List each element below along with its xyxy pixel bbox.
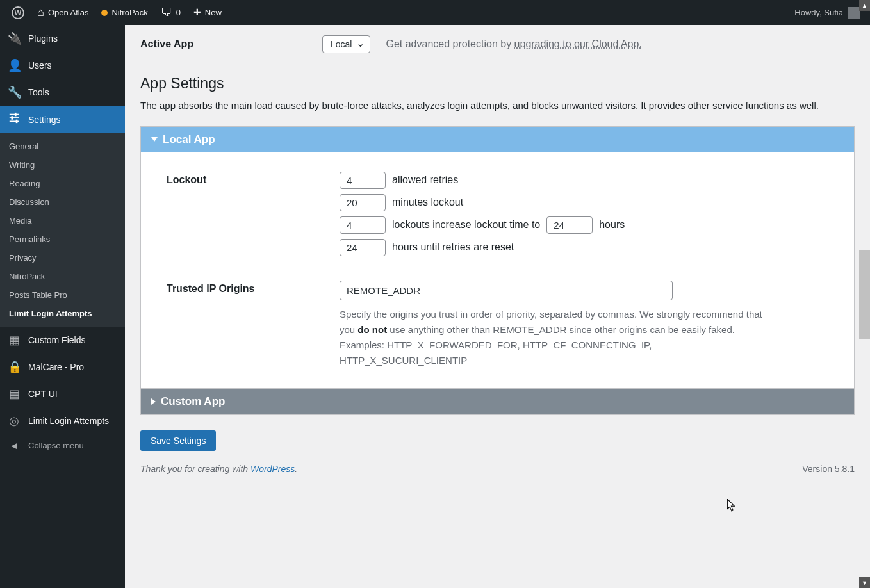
help-part2: use anything other than REMOTE_ADDR sinc… bbox=[340, 324, 735, 366]
howdy-text: Howdy, Sufia bbox=[794, 8, 843, 17]
site-name-link[interactable]: ⌂ Open Atlas bbox=[31, 0, 95, 25]
lockouts-count-input[interactable] bbox=[340, 216, 386, 234]
minutes-lockout-input[interactable] bbox=[340, 194, 386, 211]
sidebar-label: Plugins bbox=[28, 33, 58, 44]
comment-icon: 🗨 bbox=[161, 6, 172, 19]
save-settings-button[interactable]: Save Settings bbox=[140, 430, 216, 451]
sidebar-label: Tools bbox=[28, 87, 49, 97]
reset-hours-input[interactable] bbox=[340, 239, 386, 256]
chevron-down-icon bbox=[151, 137, 158, 142]
svg-rect-4 bbox=[12, 116, 13, 119]
sidebar-label: CPT UI bbox=[28, 389, 58, 399]
wordpress-logo-icon: W bbox=[12, 6, 24, 19]
protection-text: Get advanced protection by upgrading to … bbox=[386, 38, 641, 50]
admin-bar: W ⌂ Open Atlas NitroPack 🗨 0 + New Howdy… bbox=[0, 0, 870, 25]
sub-privacy[interactable]: Privacy bbox=[0, 249, 125, 267]
increase-text-1: lockouts increase lockout time to bbox=[392, 219, 540, 231]
sidebar-label: Users bbox=[28, 60, 52, 70]
chevron-right-icon bbox=[151, 398, 156, 405]
sidebar-label: MalCare - Pro bbox=[28, 362, 84, 372]
sidebar-label: Settings bbox=[28, 115, 61, 125]
sidebar-label: Limit Login Attempts bbox=[28, 416, 109, 426]
active-app-label: Active App bbox=[140, 38, 307, 50]
nitropack-link[interactable]: NitroPack bbox=[95, 0, 154, 25]
user-icon: 👤 bbox=[8, 58, 21, 72]
protection-prefix: Get advanced protection by bbox=[386, 38, 514, 49]
retries-text: allowed retries bbox=[392, 174, 458, 186]
sliders-icon bbox=[8, 112, 21, 127]
chevron-left-icon: ◀ bbox=[8, 441, 21, 450]
sidebar-item-limit-login[interactable]: ◎ Limit Login Attempts bbox=[0, 407, 125, 434]
help-bold: do not bbox=[357, 324, 387, 335]
new-label: New bbox=[205, 8, 222, 17]
select-value: Local bbox=[331, 39, 352, 49]
panel-title: Custom App bbox=[161, 395, 225, 408]
version-text: Version 5.8.1 bbox=[802, 464, 855, 474]
sidebar-item-users[interactable]: 👤 Users bbox=[0, 52, 125, 79]
thanks-text: Thank you for creating with bbox=[140, 464, 250, 474]
target-icon: ◎ bbox=[8, 414, 21, 428]
custom-app-panel-header[interactable]: Custom App bbox=[141, 389, 854, 414]
sidebar-label: Custom Fields bbox=[28, 335, 85, 345]
wordpress-link[interactable]: WordPress bbox=[250, 464, 295, 474]
comments-link[interactable]: 🗨 0 bbox=[154, 0, 187, 25]
sidebar-item-cpt-ui[interactable]: ▤ CPT UI bbox=[0, 380, 125, 407]
sidebar-item-plugins[interactable]: 🔌 Plugins bbox=[0, 25, 125, 52]
increase-text-2: hours bbox=[599, 219, 625, 231]
svg-rect-1 bbox=[10, 117, 19, 118]
allowed-retries-input[interactable] bbox=[340, 172, 386, 189]
collapse-menu-button[interactable]: ◀ Collapse menu bbox=[0, 434, 125, 457]
period: . bbox=[295, 464, 297, 474]
svg-rect-3 bbox=[15, 113, 17, 116]
sub-writing[interactable]: Writing bbox=[0, 156, 125, 174]
layout-icon: ▤ bbox=[8, 387, 21, 401]
comment-count: 0 bbox=[176, 8, 181, 17]
sidebar-item-custom-fields[interactable]: ▦ Custom Fields bbox=[0, 327, 125, 354]
trusted-ip-label: Trusted IP Origins bbox=[167, 281, 340, 295]
active-app-select[interactable]: Local bbox=[322, 35, 370, 53]
sidebar-item-malcare[interactable]: 🔒 MalCare - Pro bbox=[0, 354, 125, 380]
scrollbar-thumb[interactable] bbox=[859, 250, 870, 339]
plugin-icon: 🔌 bbox=[8, 31, 21, 45]
new-content-link[interactable]: + New bbox=[187, 0, 228, 25]
lockout-hours-input[interactable] bbox=[546, 216, 593, 234]
sub-reading[interactable]: Reading bbox=[0, 174, 125, 193]
sub-media[interactable]: Media bbox=[0, 211, 125, 230]
local-app-panel-header[interactable]: Local App bbox=[141, 127, 854, 152]
sub-discussion[interactable]: Discussion bbox=[0, 193, 125, 211]
home-icon: ⌂ bbox=[37, 6, 44, 19]
panel-title: Local App bbox=[163, 133, 215, 146]
custom-app-panel: Custom App bbox=[140, 388, 855, 415]
collapse-label: Collapse menu bbox=[28, 441, 84, 450]
wrench-icon: 🔧 bbox=[8, 85, 21, 99]
minutes-text: minutes lockout bbox=[392, 197, 463, 208]
cursor-icon bbox=[727, 499, 736, 512]
settings-submenu: General Writing Reading Discussion Media… bbox=[0, 133, 125, 327]
plus-icon: + bbox=[193, 5, 201, 20]
sub-general[interactable]: General bbox=[0, 137, 125, 156]
sub-posts-table-pro[interactable]: Posts Table Pro bbox=[0, 286, 125, 304]
status-dot-icon bbox=[101, 10, 108, 16]
avatar-icon bbox=[848, 7, 860, 19]
site-name: Open Atlas bbox=[48, 8, 89, 17]
lockout-label: Lockout bbox=[167, 172, 340, 186]
trusted-ip-help: Specify the origins you trust in order o… bbox=[340, 307, 775, 368]
user-menu[interactable]: Howdy, Sufia bbox=[794, 7, 865, 19]
sidebar-item-settings[interactable]: Settings bbox=[0, 106, 125, 133]
sub-nitropack[interactable]: NitroPack bbox=[0, 267, 125, 286]
sidebar-item-tools[interactable]: 🔧 Tools bbox=[0, 79, 125, 106]
scroll-down-arrow[interactable]: ▼ bbox=[859, 577, 870, 588]
admin-sidebar: 🔌 Plugins 👤 Users 🔧 Tools Settings Gener… bbox=[0, 25, 125, 588]
nitropack-label: NitroPack bbox=[111, 8, 147, 17]
sub-permalinks[interactable]: Permalinks bbox=[0, 230, 125, 249]
lock-icon: 🔒 bbox=[8, 360, 21, 374]
svg-rect-0 bbox=[10, 114, 19, 115]
local-app-panel: Local App Lockout allowed retries minute… bbox=[140, 126, 855, 388]
trusted-ip-input[interactable] bbox=[340, 281, 673, 300]
main-content: Active App Local Get advanced protection… bbox=[125, 25, 870, 588]
svg-rect-5 bbox=[16, 120, 18, 123]
upgrade-link[interactable]: upgrading to our Cloud App. bbox=[514, 38, 642, 49]
sub-limit-login-attempts[interactable]: Limit Login Attempts bbox=[0, 304, 125, 323]
wp-logo-menu[interactable]: W bbox=[5, 0, 31, 25]
scroll-up-arrow[interactable]: ▲ bbox=[859, 0, 870, 11]
